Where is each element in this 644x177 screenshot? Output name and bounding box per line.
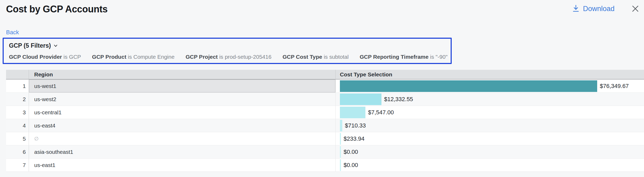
cost-cell[interactable]: $233.94 — [336, 132, 644, 145]
row-number: 6 — [6, 145, 29, 158]
download-button[interactable]: Download — [572, 4, 615, 13]
row-number: 5 — [6, 132, 29, 145]
row-number: 3 — [6, 106, 29, 119]
filter-condition: is GCP — [62, 54, 81, 60]
region-cell[interactable]: us-west2 — [29, 93, 336, 106]
cost-bar — [340, 80, 597, 92]
top-bar: Cost by GCP Accounts Download — [6, 4, 639, 15]
filter-condition: is "-90" — [429, 54, 447, 60]
back-link[interactable]: Back — [6, 29, 19, 36]
table-row: 1us-west1$76,349.67 — [6, 80, 644, 93]
cost-cell[interactable]: $0.00 — [336, 159, 644, 171]
row-number-column-header — [6, 70, 29, 79]
region-cell[interactable]: us-west1 — [29, 80, 336, 92]
filter-item[interactable]: GCP Cost Type is subtotal — [283, 53, 349, 60]
cost-bar — [340, 120, 342, 131]
cost-bar — [340, 146, 341, 158]
region-cell[interactable]: ∅ — [29, 132, 336, 145]
table-row: 3us-central1$7,547.00 — [6, 106, 644, 119]
download-icon — [572, 4, 580, 13]
filter-name: GCP Reporting Timeframe — [360, 54, 429, 60]
row-number: 1 — [6, 80, 29, 92]
cost-value-label: $233.94 — [344, 135, 365, 142]
table-row: 4us-east4$710.33 — [6, 119, 644, 132]
top-actions: Download — [572, 4, 639, 13]
filter-condition: is prod-setup-205416 — [218, 54, 271, 60]
filter-condition: is subtotal — [322, 54, 349, 60]
row-number: 2 — [6, 93, 29, 106]
cost-value-label: $710.33 — [345, 122, 366, 129]
cost-bar — [340, 159, 341, 171]
filter-item[interactable]: GCP Reporting Timeframe is "-90" — [360, 53, 447, 60]
table-row: 7us-east1$0.00 — [6, 159, 644, 172]
cost-value-label: $76,349.67 — [600, 83, 629, 90]
filter-item[interactable]: GCP Cloud Provider is GCP — [9, 53, 81, 60]
region-cell[interactable]: asia-southeast1 — [29, 145, 336, 158]
filter-name: GCP Cost Type — [283, 54, 322, 60]
region-cell[interactable]: us-east4 — [29, 119, 336, 132]
cost-value-label: $0.00 — [344, 149, 358, 155]
filter-panel: GCP (5 Filters) GCP Cloud Provider is GC… — [3, 38, 452, 64]
cost-cell[interactable]: $7,547.00 — [336, 106, 644, 119]
filter-list: GCP Cloud Provider is GCPGCP Product is … — [9, 53, 445, 60]
region-cell[interactable]: us-central1 — [29, 106, 336, 119]
region-cell[interactable]: us-east1 — [29, 159, 336, 171]
filter-name: GCP Product — [92, 54, 126, 60]
table-body: 1us-west1$76,349.672us-west2$12,332.553u… — [6, 80, 644, 172]
filter-summary-label: GCP (5 Filters) — [9, 42, 51, 49]
row-number: 4 — [6, 119, 29, 132]
region-column-header[interactable]: Region — [29, 70, 336, 79]
table-row: 5∅$233.94 — [6, 132, 644, 145]
cost-type-selection-column-header[interactable]: Cost Type Selection — [336, 70, 644, 79]
cost-cell[interactable]: $0.00 — [336, 145, 644, 158]
row-number: 7 — [6, 159, 29, 171]
cost-cell[interactable]: $710.33 — [336, 119, 644, 132]
filter-item[interactable]: GCP Project is prod-setup-205416 — [185, 53, 271, 60]
cost-bar — [340, 107, 365, 118]
page-title: Cost by GCP Accounts — [6, 4, 108, 15]
cost-bar — [340, 133, 341, 145]
filter-summary-dropdown[interactable]: GCP (5 Filters) — [9, 42, 58, 49]
cost-cell[interactable]: $76,349.67 — [336, 80, 644, 92]
table-header-row: Region Cost Type Selection — [6, 70, 644, 80]
cost-value-label: $0.00 — [344, 162, 358, 169]
filter-item[interactable]: GCP Product is Compute Engine — [92, 53, 175, 60]
table-row: 2us-west2$12,332.55 — [6, 93, 644, 106]
cost-value-label: $7,547.00 — [368, 109, 394, 116]
cost-table: Region Cost Type Selection 1us-west1$76,… — [6, 70, 644, 172]
filter-name: GCP Project — [185, 54, 218, 60]
chevron-down-icon — [53, 43, 58, 48]
filter-condition: is Compute Engine — [126, 54, 174, 60]
filter-name: GCP Cloud Provider — [9, 54, 62, 60]
download-label: Download — [583, 4, 615, 13]
close-icon[interactable] — [631, 5, 639, 13]
cost-bar — [340, 94, 381, 105]
cost-value-label: $12,332.55 — [384, 96, 413, 103]
table-row: 6asia-southeast1$0.00 — [6, 145, 644, 159]
cost-cell[interactable]: $12,332.55 — [336, 93, 644, 106]
